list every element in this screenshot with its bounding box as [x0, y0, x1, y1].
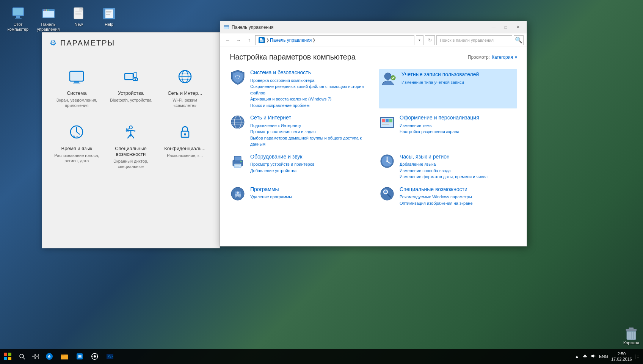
- cat-link-0-3[interactable]: Поиск и исправление проблем: [250, 102, 368, 109]
- system-title: Система: [67, 90, 86, 96]
- cp-category-clock: Часы, язык и регион Добавление языка Изм…: [379, 153, 517, 180]
- hardware-icon[interactable]: [230, 153, 246, 169]
- clock-icon[interactable]: [379, 153, 395, 169]
- svg-point-111: [94, 355, 96, 358]
- cp-search-field[interactable]: Поиск в панели управления: [436, 35, 512, 45]
- taskbar-search[interactable]: [15, 349, 28, 364]
- cp-view-dropdown-icon[interactable]: ▾: [515, 55, 517, 60]
- tray-show-desktop[interactable]: □: [635, 355, 639, 359]
- svg-marker-119: [591, 354, 594, 358]
- system-security-icon[interactable]: 🛡: [230, 69, 246, 85]
- cp-address-dropdown[interactable]: ▾: [416, 35, 423, 45]
- settings-item-time[interactable]: A 文 Время и язык Распознавание голоса, р…: [50, 116, 104, 177]
- settings-item-system[interactable]: Система Экран, уведомления, приложения: [50, 61, 104, 116]
- cp-address-field[interactable]: ❯ Панель управления ❯: [255, 35, 414, 45]
- start-button[interactable]: [0, 349, 15, 364]
- taskbar-date-value: 17.02.2016: [611, 356, 632, 362]
- svg-rect-67: [389, 119, 392, 122]
- cat-link-4-0[interactable]: Просмотр устройств и принтеров: [250, 161, 368, 168]
- settings-item-accessibility[interactable]: A| Специальныевозможности Экранный дикто…: [104, 116, 158, 177]
- special-links: Рекомендуемые Windows параметры Оптимиза…: [400, 194, 517, 206]
- taskbar-settings[interactable]: [87, 349, 102, 364]
- cp-search-button[interactable]: 🔍: [514, 35, 524, 45]
- programs-title[interactable]: Программы: [250, 186, 279, 192]
- svg-text:🛡: 🛡: [235, 74, 240, 80]
- tray-arrow[interactable]: ▲: [574, 354, 579, 359]
- cp-up-button[interactable]: ↑: [245, 36, 254, 45]
- cat-link-0-2[interactable]: Архивация и восстановление (Windows 7): [250, 96, 368, 102]
- settings-item-devices[interactable]: Устройства Bluetooth, устройства: [104, 61, 158, 116]
- svg-point-9: [48, 9, 49, 11]
- special-content: Специальные возможности Рекомендуемые Wi…: [400, 186, 517, 207]
- taskbar-task-view[interactable]: [28, 349, 42, 364]
- privacy-title: Конфиденциаль...: [164, 146, 205, 151]
- cp-close-button[interactable]: ✕: [512, 24, 524, 31]
- svg-point-30: [135, 79, 136, 80]
- logo-quad-1: [4, 353, 7, 356]
- recycle-bin[interactable]: Корзина: [623, 326, 639, 345]
- cp-back-button[interactable]: ←: [223, 36, 232, 45]
- system-security-title[interactable]: Система и безопасность: [250, 69, 311, 75]
- breadcrumb-item-panel[interactable]: Панель управления: [270, 38, 312, 43]
- cp-maximize-button[interactable]: □: [500, 24, 511, 31]
- hardware-title[interactable]: Оборудование и звук: [250, 154, 303, 160]
- svg-line-38: [77, 132, 80, 134]
- cp-minimize-button[interactable]: —: [488, 24, 499, 31]
- network-internet-icon[interactable]: [230, 114, 246, 130]
- taskbar-explorer[interactable]: [57, 349, 72, 364]
- cat-link-0-0[interactable]: Проверка состояния компьютера: [250, 77, 368, 84]
- cp-category-special: Специальные возможности Рекомендуемые Wi…: [379, 186, 517, 207]
- tray-sound[interactable]: [591, 353, 596, 360]
- cp-view-value[interactable]: Категория: [492, 55, 513, 60]
- svg-rect-27: [126, 75, 132, 78]
- taskbar-terminal[interactable]: PS>: [102, 349, 118, 364]
- network-title[interactable]: Сеть и Интернет: [250, 115, 291, 121]
- system-security-links: Проверка состояния компьютера Сохранение…: [250, 77, 368, 109]
- cat-link-2-0[interactable]: Подключение к Интернету: [250, 122, 368, 129]
- taskbar-edge[interactable]: e: [42, 349, 57, 364]
- taskbar-clock[interactable]: 2:50 17.02.2016: [611, 351, 632, 362]
- desktop-icon-help[interactable]: Help: [95, 4, 123, 34]
- programs-icon[interactable]: prog: [230, 186, 246, 202]
- desktop-icon-panel[interactable]: Панельуправления: [34, 4, 63, 34]
- settings-item-network[interactable]: Сеть и Интер... Wi-Fi, режим«самолете»: [158, 61, 212, 116]
- cat-link-2-1[interactable]: Просмотр состояния сети и задач: [250, 129, 368, 135]
- svg-rect-1: [13, 8, 23, 15]
- cat-link-6-0[interactable]: Удаление программы: [250, 194, 368, 200]
- user-accounts-title[interactable]: Учетные записи пользователей: [401, 71, 479, 77]
- cat-link-5-2[interactable]: Изменение форматов даты, времени и чисел: [400, 174, 517, 180]
- cat-link-1-0[interactable]: Изменение типа учетной записи: [401, 79, 515, 86]
- cat-link-4-1[interactable]: Добавление устройства: [250, 168, 368, 174]
- special-title[interactable]: Специальные возможности: [400, 186, 467, 192]
- breadcrumb-sep2: ❯: [312, 38, 315, 42]
- cat-link-3-1[interactable]: Настройка разрешения экрана: [400, 129, 517, 135]
- clock-title[interactable]: Часы, язык и регион: [400, 154, 450, 160]
- tray-network[interactable]: [582, 353, 588, 360]
- appearance-icon[interactable]: [379, 114, 395, 130]
- new-icon: [71, 6, 86, 21]
- desktop-icon-new[interactable]: New: [64, 4, 93, 34]
- settings-item-privacy[interactable]: Конфиденциаль... Расположение, к...: [158, 116, 212, 177]
- settings-header: ⚙ ПАРАМЕТРЫ: [42, 33, 220, 53]
- cat-link-5-0[interactable]: Добавление языка: [400, 161, 517, 168]
- logo-quad-2: [8, 353, 11, 356]
- help-icon: [102, 6, 117, 21]
- cat-link-7-0[interactable]: Рекомендуемые Windows параметры: [400, 194, 517, 200]
- appearance-title[interactable]: Оформление и персонализация: [400, 115, 479, 121]
- user-accounts-icon[interactable]: [381, 71, 397, 87]
- desktop-icon-computer[interactable]: Этоткомпьютер: [4, 4, 32, 34]
- cat-link-5-1[interactable]: Изменение способа ввода: [400, 168, 517, 174]
- svg-point-7: [44, 9, 45, 11]
- cp-forward-button[interactable]: →: [234, 36, 243, 45]
- cat-link-2-2[interactable]: Выбор параметров домашней группы и общег…: [250, 135, 368, 147]
- cat-link-0-1[interactable]: Сохранение резервных копий файлов с помо…: [250, 83, 368, 96]
- taskbar-store[interactable]: ⊞: [72, 349, 87, 364]
- special-icon[interactable]: [379, 186, 395, 202]
- tray-language[interactable]: ENG: [599, 354, 608, 359]
- cp-category-hardware: Оборудование и звук Просмотр устройств и…: [230, 153, 368, 180]
- cat-link-3-0[interactable]: Изменение темы: [400, 122, 517, 129]
- cat-link-7-1[interactable]: Оптимизация изображения на экране: [400, 200, 517, 207]
- cp-refresh-button[interactable]: ↻: [425, 35, 435, 45]
- hardware-content: Оборудование и звук Просмотр устройств и…: [250, 153, 368, 174]
- privacy-subtitle: Расположение, к...: [167, 153, 203, 158]
